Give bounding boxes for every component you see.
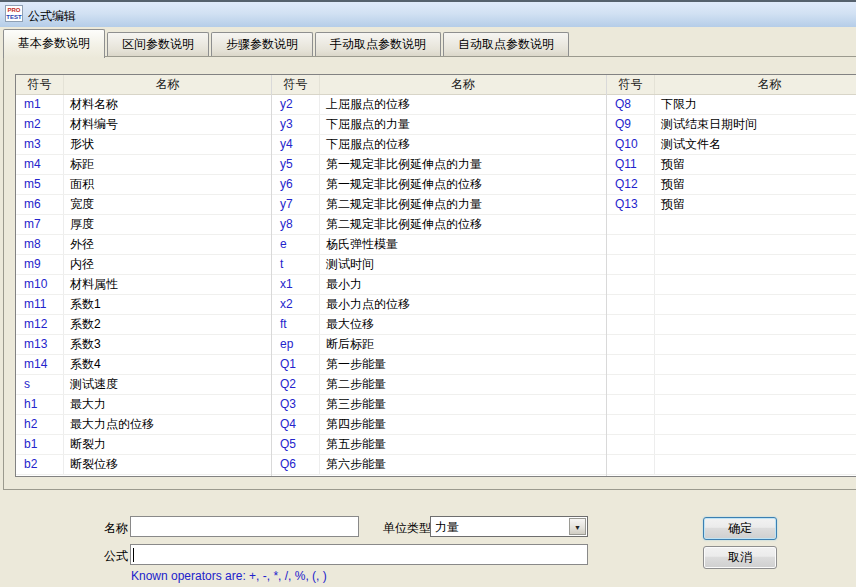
parameter-symbol [607, 455, 655, 474]
table-row[interactable]: y8第二规定非比例延伸点的位移 [272, 215, 606, 235]
table-row[interactable]: y6第一规定非比例延伸点的位移 [272, 175, 606, 195]
parameter-symbol: m14 [16, 355, 64, 374]
parameter-name: 断后标距 [320, 335, 606, 354]
table-row[interactable]: m12系数2 [16, 315, 271, 335]
table-row[interactable]: x2最小力点的位移 [272, 295, 606, 315]
table-row[interactable]: e杨氏弹性模量 [272, 235, 606, 255]
table-row[interactable]: h2最大力点的位移 [16, 415, 271, 435]
parameter-symbol: ep [272, 335, 320, 354]
table-row[interactable]: b1断裂力 [16, 435, 271, 455]
tab-basic-params[interactable]: 基本参数说明 [3, 29, 105, 58]
parameter-symbol [607, 315, 655, 334]
table-row[interactable]: t测试时间 [272, 255, 606, 275]
table-row[interactable]: y5第一规定非比例延伸点的力量 [272, 155, 606, 175]
parameter-symbol: b1 [16, 435, 64, 454]
table-row [607, 415, 856, 435]
table-row[interactable]: m14系数4 [16, 355, 271, 375]
table-row [607, 295, 856, 315]
table-row[interactable]: Q6第六步能量 [272, 455, 606, 475]
table-row[interactable]: Q13预留 [607, 195, 856, 215]
table-row[interactable]: m4标距 [16, 155, 271, 175]
title-bar[interactable]: PRO TEST 公式编辑 [0, 0, 856, 27]
table-row[interactable]: m11系数1 [16, 295, 271, 315]
parameter-name [655, 435, 856, 454]
table-row[interactable]: Q9测试结束日期时间 [607, 115, 856, 135]
parameter-name: 厚度 [64, 215, 271, 234]
parameter-symbol: Q2 [272, 375, 320, 394]
tab-manual-point-params[interactable]: 手动取点参数说明 [315, 32, 441, 57]
parameter-symbol: e [272, 235, 320, 254]
table-row[interactable]: s测试速度 [16, 375, 271, 395]
table-row[interactable]: m7厚度 [16, 215, 271, 235]
table-row[interactable]: Q3第三步能量 [272, 395, 606, 415]
parameter-name: 形状 [64, 135, 271, 154]
table-row[interactable]: m5面积 [16, 175, 271, 195]
table-row [607, 235, 856, 255]
table-row[interactable]: m2材料编号 [16, 115, 271, 135]
parameter-name: 第二规定非比例延伸点的位移 [320, 215, 606, 234]
parameter-name: 测试文件名 [655, 135, 856, 154]
table-row[interactable]: Q4第四步能量 [272, 415, 606, 435]
table-row[interactable]: y2上屈服点的位移 [272, 95, 606, 115]
parameter-name: 下屈服点的位移 [320, 135, 606, 154]
tab-page-basic-params: 符号名称m1材料名称m2材料编号m3形状m4标距m5面积m6宽度m7厚度m8外径… [3, 56, 856, 490]
parameter-symbol [607, 215, 655, 234]
table-row[interactable]: m1材料名称 [16, 95, 271, 115]
parameter-name: 标距 [64, 155, 271, 174]
table-row[interactable]: b2断裂位移 [16, 455, 271, 475]
parameter-name: 断裂位移 [64, 455, 271, 474]
parameter-symbol: m6 [16, 195, 64, 214]
tab-auto-point-params[interactable]: 自动取点参数说明 [443, 32, 569, 57]
parameter-name: 上屈服点的位移 [320, 95, 606, 114]
table-row [607, 335, 856, 355]
parameter-name: 第二规定非比例延伸点的力量 [320, 195, 606, 214]
parameter-symbol: Q10 [607, 135, 655, 154]
table-row[interactable]: Q2第二步能量 [272, 375, 606, 395]
formula-input[interactable] [130, 544, 588, 565]
parameter-name: 测试时间 [320, 255, 606, 274]
table-row[interactable]: ft最大位移 [272, 315, 606, 335]
text-caret [133, 548, 134, 562]
table-row[interactable]: h1最大力 [16, 395, 271, 415]
tab-interval-params[interactable]: 区间参数说明 [107, 32, 209, 57]
tab-strip: 基本参数说明 区间参数说明 步骤参数说明 手动取点参数说明 自动取点参数说明 [3, 28, 571, 57]
table-row[interactable]: Q10测试文件名 [607, 135, 856, 155]
table-row [607, 375, 856, 395]
table-row[interactable]: Q1第一步能量 [272, 355, 606, 375]
name-input[interactable] [130, 516, 359, 537]
parameter-symbol: h2 [16, 415, 64, 434]
table-row[interactable]: ep断后标距 [272, 335, 606, 355]
table-row[interactable]: y3下屈服点的力量 [272, 115, 606, 135]
parameter-name: 预留 [655, 195, 856, 214]
unit-type-select[interactable]: 力量 ▼ [430, 516, 588, 537]
table-row[interactable]: Q11预留 [607, 155, 856, 175]
parameter-table-group-3: 符号名称Q8下限力Q9测试结束日期时间Q10测试文件名Q11预留Q12预留Q13… [607, 75, 856, 476]
table-row[interactable]: m10材料属性 [16, 275, 271, 295]
table-row[interactable]: m6宽度 [16, 195, 271, 215]
table-row[interactable]: m8外径 [16, 235, 271, 255]
table-row [607, 435, 856, 455]
tab-step-params[interactable]: 步骤参数说明 [211, 32, 313, 57]
table-row[interactable]: y4下屈服点的位移 [272, 135, 606, 155]
parameter-name [655, 335, 856, 354]
name-label: 名称 [104, 520, 128, 537]
parameter-symbol: m11 [16, 295, 64, 314]
app-icon-text-top: PRO [6, 7, 22, 14]
table-row[interactable]: y7第二规定非比例延伸点的力量 [272, 195, 606, 215]
parameter-symbol [607, 415, 655, 434]
parameter-name: 杨氏弹性模量 [320, 235, 606, 254]
parameter-name: 材料编号 [64, 115, 271, 134]
table-row[interactable]: Q5第五步能量 [272, 435, 606, 455]
table-row[interactable]: m3形状 [16, 135, 271, 155]
table-row[interactable]: x1最小力 [272, 275, 606, 295]
cancel-button[interactable]: 取消 [703, 546, 777, 569]
unit-type-dropdown-button[interactable]: ▼ [569, 518, 586, 535]
table-row[interactable]: m9内径 [16, 255, 271, 275]
parameter-name: 系数4 [64, 355, 271, 374]
table-row[interactable]: Q12预留 [607, 175, 856, 195]
ok-button[interactable]: 确定 [703, 517, 777, 540]
parameter-symbol: ft [272, 315, 320, 334]
table-row[interactable]: Q8下限力 [607, 95, 856, 115]
table-row[interactable]: m13系数3 [16, 335, 271, 355]
parameter-table-group-2: 符号名称y2上屈服点的位移y3下屈服点的力量y4下屈服点的位移y5第一规定非比例… [272, 75, 607, 476]
